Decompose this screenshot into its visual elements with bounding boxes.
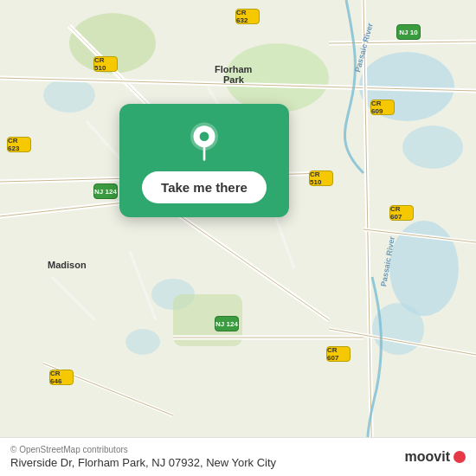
moovit-label: moovit xyxy=(405,449,450,465)
label-park: Park xyxy=(223,74,244,85)
shield-cr623: CR 623 xyxy=(7,137,31,152)
shield-nj124b: NJ 124 xyxy=(215,316,239,331)
take-me-there-button[interactable]: Take me there xyxy=(142,171,267,203)
shield-cr632: CR 632 xyxy=(235,9,260,24)
label-madison: Madison xyxy=(48,260,87,270)
moovit-dot xyxy=(453,451,466,463)
location-card: Take me there xyxy=(119,104,289,217)
svg-point-1 xyxy=(402,125,463,169)
osm-attribution: © OpenStreetMap contributors xyxy=(10,445,276,454)
shield-cr609: CR 609 xyxy=(370,100,395,115)
bottom-left: © OpenStreetMap contributors Riverside D… xyxy=(10,445,276,469)
label-florham: Florham xyxy=(215,64,252,74)
svg-point-6 xyxy=(125,329,160,355)
svg-point-4 xyxy=(43,78,95,113)
map-container: CR 632 NJ 10 CR 510 CR 609 CR 623 CR 510… xyxy=(0,0,476,476)
pin-icon xyxy=(183,119,226,163)
shield-cr607a: CR 607 xyxy=(389,205,414,221)
bottom-bar: © OpenStreetMap contributors Riverside D… xyxy=(0,437,476,476)
location-text: Riverside Dr, Florham Park, NJ 07932, Ne… xyxy=(10,456,276,469)
shield-cr646: CR 646 xyxy=(49,370,74,385)
shield-nj10: NJ 10 xyxy=(396,24,421,40)
shield-cr510b: CR 510 xyxy=(309,170,333,186)
moovit-logo: moovit xyxy=(405,449,466,465)
svg-line-36 xyxy=(52,277,95,320)
shield-cr607b: CR 607 xyxy=(326,346,351,362)
shield-nj124a: NJ 124 xyxy=(93,183,118,199)
svg-point-39 xyxy=(200,132,209,141)
shield-cr510a: CR 510 xyxy=(93,56,118,72)
svg-line-35 xyxy=(130,251,156,320)
